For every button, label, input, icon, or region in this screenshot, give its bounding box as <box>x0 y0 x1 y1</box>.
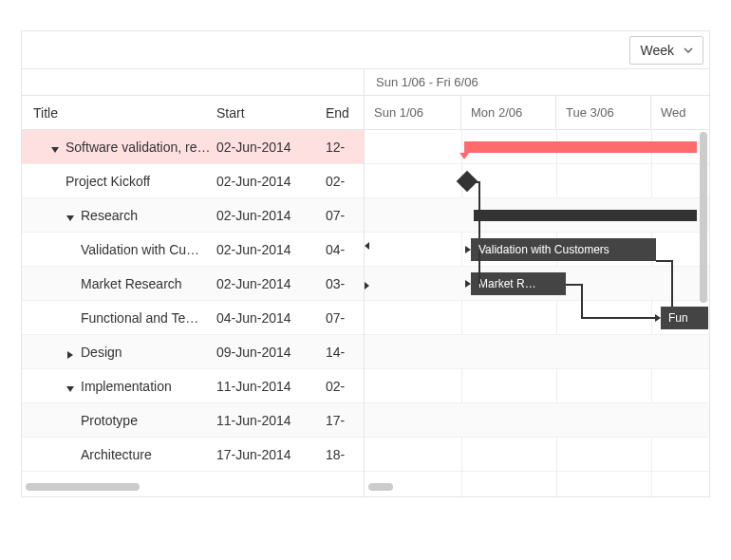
table-row[interactable]: Research 02-Jun-2014 07- <box>22 198 364 233</box>
row-end: 07- <box>326 208 364 223</box>
row-title: Design <box>81 345 122 360</box>
row-title: Market Research <box>81 276 182 291</box>
row-title: Validation with Cu… <box>81 242 199 257</box>
edge-marker-icon <box>365 242 369 250</box>
row-end: 03- <box>326 276 364 291</box>
row-title: Project Kickoff <box>66 174 150 189</box>
table-row[interactable]: Project Kickoff 02-Jun-2014 02- <box>22 164 364 198</box>
row-start: 11-Jun-2014 <box>216 379 326 394</box>
row-start: 17-Jun-2014 <box>216 447 326 462</box>
table-row[interactable]: Functional and Te… 04-Jun-2014 07- <box>22 301 364 335</box>
row-end: 04- <box>326 242 364 257</box>
timeline-range-label: Sun 1/06 - Fri 6/06 <box>365 69 709 96</box>
timeline-row <box>365 335 709 369</box>
grid-header-row: Title Start End <box>22 96 364 130</box>
task-bar[interactable]: Validation with Customers <box>471 238 656 261</box>
row-title: Prototype <box>81 413 138 428</box>
summary-bar[interactable] <box>464 141 697 153</box>
caret-down-icon[interactable] <box>50 142 60 152</box>
timeline-day-col[interactable]: Mon 2/06 <box>461 96 556 129</box>
timeline-pane: Sun 1/06 - Fri 6/06 Sun 1/06 Mon 2/06 Tu… <box>364 69 709 496</box>
summary-start-tick <box>459 153 469 159</box>
toolbar: Week <box>22 31 709 69</box>
timeline-horizontal-scrollbar[interactable] <box>368 483 393 491</box>
table-row[interactable]: Prototype 11-Jun-2014 17- <box>22 403 364 438</box>
row-start: 02-Jun-2014 <box>216 242 326 257</box>
timeline-row <box>365 403 709 438</box>
summary-bar[interactable] <box>474 210 697 221</box>
row-start: 09-Jun-2014 <box>216 345 326 360</box>
row-end: 18- <box>326 447 364 462</box>
table-row[interactable]: Validation with Cu… 02-Jun-2014 04- <box>22 233 364 267</box>
row-title: Research <box>81 208 138 223</box>
row-title: Implementation <box>81 379 172 394</box>
timeline-row <box>365 438 709 472</box>
grid-header-start[interactable]: Start <box>216 105 326 121</box>
grid-rows: Software validation, res… 02-Jun-2014 12… <box>22 130 364 496</box>
timeline-row <box>365 369 709 403</box>
timeline-day-col[interactable]: Sun 1/06 <box>365 96 461 129</box>
caret-right-icon[interactable] <box>66 347 75 357</box>
row-title: Architecture <box>81 447 152 462</box>
caret-down-icon[interactable] <box>66 382 75 391</box>
task-bar[interactable]: Market R… <box>471 272 566 295</box>
timeline-day-header: Sun 1/06 Mon 2/06 Tue 3/06 Wed <box>365 96 709 130</box>
dependency-line <box>581 284 583 318</box>
edge-marker-icon <box>365 282 369 289</box>
view-select-value: Week <box>640 43 674 58</box>
view-select[interactable]: Week <box>629 36 703 65</box>
row-end: 12- <box>326 140 364 155</box>
task-bar-label: Market R… <box>478 277 536 290</box>
task-bar-label: Fun <box>668 311 688 325</box>
timeline-vertical-scrollbar[interactable] <box>700 132 707 303</box>
row-title: Software validation, res… <box>66 140 216 155</box>
grid-pane: Title Start End Software validation, res… <box>22 69 364 496</box>
row-start: 11-Jun-2014 <box>216 413 326 428</box>
timeline-day-col[interactable]: Tue 3/06 <box>556 96 651 129</box>
row-end: 02- <box>326 174 364 189</box>
row-start: 02-Jun-2014 <box>216 174 326 189</box>
caret-down-icon[interactable] <box>66 211 75 220</box>
chevron-down-icon <box>684 47 693 53</box>
row-title: Functional and Te… <box>81 310 198 326</box>
table-row[interactable]: Architecture 17-Jun-2014 18- <box>22 438 364 472</box>
grid-horizontal-scrollbar[interactable] <box>26 483 140 491</box>
row-end: 07- <box>326 310 364 326</box>
row-end: 17- <box>326 413 364 428</box>
row-end: 02- <box>326 379 364 394</box>
grid-header-spacer <box>22 69 364 96</box>
row-start: 02-Jun-2014 <box>216 208 326 223</box>
task-bar[interactable]: Fun <box>661 307 708 329</box>
grid-header-title[interactable]: Title <box>22 105 216 121</box>
table-row[interactable]: Software validation, res… 02-Jun-2014 12… <box>22 130 364 164</box>
grid-header-end[interactable]: End <box>326 105 364 121</box>
table-row[interactable]: Implementation 11-Jun-2014 02- <box>22 369 364 403</box>
timeline-body[interactable]: Validation with Customers Market R… <box>365 130 709 496</box>
dependency-line <box>478 250 480 284</box>
dependency-line <box>467 181 480 183</box>
row-end: 14- <box>326 345 364 360</box>
task-bar-label: Validation with Customers <box>478 243 609 256</box>
arrow-right-icon <box>465 280 471 288</box>
table-row[interactable]: Design 09-Jun-2014 14- <box>22 335 364 369</box>
timeline-day-col[interactable]: Wed <box>651 96 709 129</box>
timeline-row <box>365 164 709 198</box>
table-row[interactable]: Market Research 02-Jun-2014 03- <box>22 267 364 301</box>
row-start: 04-Jun-2014 <box>216 310 326 326</box>
row-start: 02-Jun-2014 <box>216 140 326 155</box>
arrow-right-icon <box>465 246 471 253</box>
gantt-container: Week Title Start End Software validation… <box>21 30 710 497</box>
dependency-line <box>581 317 657 319</box>
row-start: 02-Jun-2014 <box>216 276 326 291</box>
